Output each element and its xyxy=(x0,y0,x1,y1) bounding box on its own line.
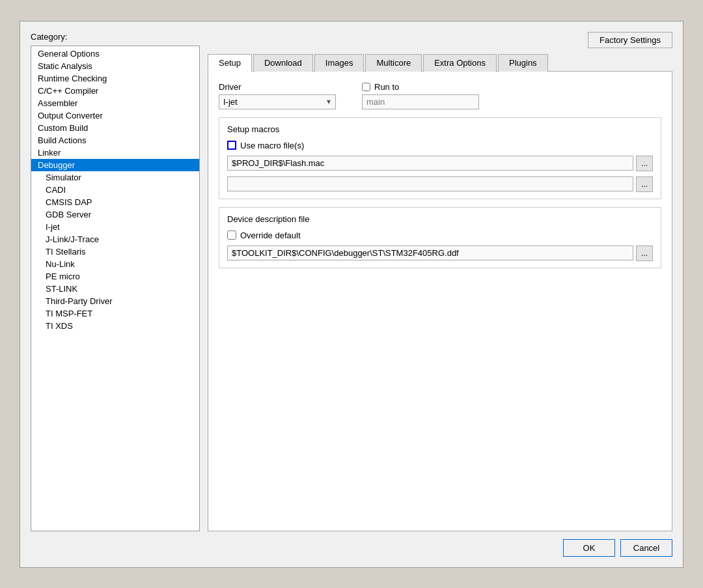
factory-btn-row: Factory Settings xyxy=(208,32,672,48)
category-item-output-converter[interactable]: Output Converter xyxy=(31,109,199,122)
setup-macros-section: Setup macros Use macro file(s) ... ... xyxy=(219,117,661,199)
tabs-bar: SetupDownloadImagesMulticoreExtra Option… xyxy=(208,53,672,72)
category-item-jlink-jtrace[interactable]: J-Link/J-Trace xyxy=(31,233,199,245)
device-input-row: ... xyxy=(227,245,653,261)
tab-images[interactable]: Images xyxy=(314,54,365,72)
override-label: Override default xyxy=(240,231,301,240)
category-item-static-analysis[interactable]: Static Analysis xyxy=(31,60,199,72)
macro-input-1[interactable] xyxy=(227,156,633,171)
use-macro-row: Use macro file(s) xyxy=(227,141,653,150)
browse-btn-1[interactable]: ... xyxy=(636,156,653,171)
override-checkbox[interactable] xyxy=(227,231,236,240)
category-item-nu-link[interactable]: Nu-Link xyxy=(31,258,199,270)
use-macro-checkbox-visual[interactable] xyxy=(227,141,236,150)
category-item-cmsis-dap[interactable]: CMSIS DAP xyxy=(31,196,199,208)
run-to-header: Run to xyxy=(362,82,479,92)
category-item-custom-build[interactable]: Custom Build xyxy=(31,122,199,134)
browse-btn-2[interactable]: ... xyxy=(636,176,653,192)
category-list: General OptionsStatic AnalysisRuntime Ch… xyxy=(31,46,200,531)
category-item-runtime-checking[interactable]: Runtime Checking xyxy=(31,72,199,85)
category-item-ti-stellaris[interactable]: TI Stellaris xyxy=(31,245,199,258)
driver-select-wrapper: I-jetSimulatorCADICMSIS DAPGDB ServerJ-L… xyxy=(219,94,336,109)
category-item-st-link[interactable]: ST-LINK xyxy=(31,283,199,295)
category-panel: Category: General OptionsStatic Analysis… xyxy=(31,32,200,531)
dialog-top: Category: General OptionsStatic Analysis… xyxy=(31,32,672,531)
run-to-checkbox[interactable] xyxy=(362,83,370,91)
setup-macros-title: Setup macros xyxy=(227,124,653,134)
category-item-cadi[interactable]: CADI xyxy=(31,184,199,196)
category-item-linker[interactable]: Linker xyxy=(31,147,199,159)
category-item-third-party-driver[interactable]: Third-Party Driver xyxy=(31,295,199,307)
category-item-pe-micro[interactable]: PE micro xyxy=(31,270,199,283)
driver-label: Driver xyxy=(219,82,336,92)
options-dialog: Category: General OptionsStatic Analysis… xyxy=(20,21,683,568)
tab-plugins[interactable]: Plugins xyxy=(498,54,548,72)
factory-settings-button[interactable]: Factory Settings xyxy=(588,32,672,48)
device-input[interactable] xyxy=(227,245,633,260)
run-to-group: Run to xyxy=(362,82,479,109)
run-to-input[interactable] xyxy=(362,94,479,109)
category-item-cpp-compiler[interactable]: C/C++ Compiler xyxy=(31,85,199,97)
category-item-debugger[interactable]: Debugger xyxy=(31,159,199,171)
tab-download[interactable]: Download xyxy=(253,54,313,72)
tab-setup[interactable]: Setup xyxy=(208,54,252,72)
category-item-ti-msp-fet[interactable]: TI MSP-FET xyxy=(31,307,199,320)
device-desc-section: Device description file Override default… xyxy=(219,207,661,268)
browse-btn-3[interactable]: ... xyxy=(636,245,653,261)
category-item-general-options[interactable]: General Options xyxy=(31,48,199,60)
cancel-button[interactable]: Cancel xyxy=(620,539,672,557)
use-macro-label: Use macro file(s) xyxy=(240,141,304,150)
category-item-simulator[interactable]: Simulator xyxy=(31,171,199,184)
override-row: Override default xyxy=(227,231,653,240)
category-label: Category: xyxy=(31,32,200,42)
driver-group: Driver I-jetSimulatorCADICMSIS DAPGDB Se… xyxy=(219,82,336,109)
macro-input1-row: ... xyxy=(227,156,653,171)
category-item-assembler[interactable]: Assembler xyxy=(31,97,199,109)
driver-select[interactable]: I-jetSimulatorCADICMSIS DAPGDB ServerJ-L… xyxy=(219,94,336,109)
macro-input-2[interactable] xyxy=(227,176,633,191)
category-item-gdb-server[interactable]: GDB Server xyxy=(31,208,199,221)
tab-extra-options[interactable]: Extra Options xyxy=(423,54,497,72)
run-to-label: Run to xyxy=(374,82,399,92)
driver-run-row: Driver I-jetSimulatorCADICMSIS DAPGDB Se… xyxy=(219,82,661,109)
dialog-bottom: OK Cancel xyxy=(31,539,672,557)
content-panel: Factory Settings SetupDownloadImagesMult… xyxy=(208,32,672,531)
device-desc-title: Device description file xyxy=(227,214,653,224)
tab-content-setup: Driver I-jetSimulatorCADICMSIS DAPGDB Se… xyxy=(208,72,672,531)
category-item-ti-xds[interactable]: TI XDS xyxy=(31,320,199,332)
ok-button[interactable]: OK xyxy=(563,539,615,557)
category-item-i-jet[interactable]: I-jet xyxy=(31,221,199,233)
tab-multicore[interactable]: Multicore xyxy=(365,54,422,72)
category-item-build-actions[interactable]: Build Actions xyxy=(31,134,199,147)
macro-input2-row: ... xyxy=(227,176,653,192)
